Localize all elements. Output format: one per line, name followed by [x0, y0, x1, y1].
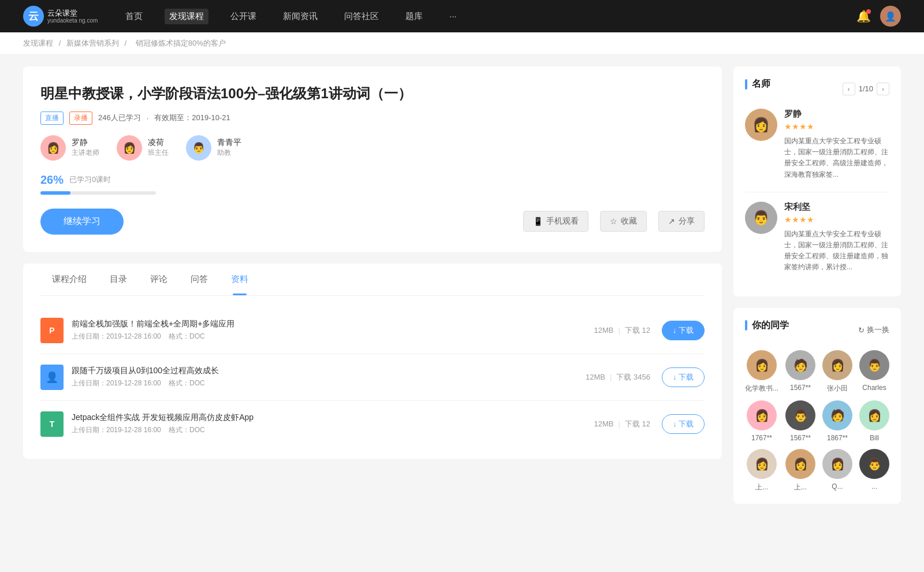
mobile-watch-button[interactable]: 📱 手机观看 — [523, 211, 588, 232]
progress-label: 已学习0课时 — [69, 174, 111, 185]
teacher-avatar-1: 👩 — [117, 135, 142, 161]
valid-until: 有效期至：2019-10-21 — [154, 113, 230, 123]
classmate-avatar-1: 🧑 — [785, 350, 815, 380]
badge-record: 录播 — [69, 112, 92, 125]
tab-intro[interactable]: 课程介绍 — [40, 263, 98, 295]
classmate-5: 👨 1567** — [785, 400, 815, 442]
teacher-item-2: 👨 青青平 助教 — [186, 135, 241, 161]
mobile-label: 手机观看 — [546, 216, 579, 226]
file-name-0: 前端全栈加强版！前端全栈+全周期+多端应用 — [72, 319, 594, 329]
download-button-0[interactable]: ↓ 下载 — [662, 321, 705, 340]
nav-item-discover[interactable]: 发现课程 — [165, 9, 208, 24]
sidebar-teacher-desc-0: 国内某重点大学安全工程专业硕士，国家一级注册消防工程师、注册安全工程师、高级注册… — [784, 136, 889, 180]
teacher-avatar-0: 👩 — [40, 135, 66, 161]
tab-review[interactable]: 评论 — [139, 263, 179, 295]
pagination-info: 1/10 — [859, 84, 873, 93]
tab-qa[interactable]: 问答 — [179, 263, 219, 295]
teacher-role-2: 助教 — [217, 148, 241, 158]
classmate-name-3: Charles — [862, 384, 886, 392]
teachers-list: 👩 罗静 主讲老师 👩 凌荷 班主任 👨 青青平 — [40, 135, 705, 161]
teacher-item-1: 👩 凌荷 班主任 — [117, 135, 169, 161]
next-teacher-button[interactable]: › — [877, 83, 889, 95]
classmate-1: 🧑 1567** — [785, 350, 815, 393]
nav-item-qa[interactable]: 问答社区 — [340, 9, 383, 24]
breadcrumb: 发现课程 / 新媒体营销系列 / 销冠修炼术搞定80%的客户 — [0, 32, 924, 55]
file-info-2: Jetpack全组件实战 开发短视频应用高仿皮皮虾App 上传日期：2019-1… — [72, 413, 594, 435]
classmate-9: 👩 上... — [785, 449, 815, 492]
teacher-pagination: ‹ 1/10 › — [843, 83, 889, 95]
nav-item-home[interactable]: 首页 — [121, 9, 147, 24]
nav-item-open[interactable]: 公开课 — [226, 9, 261, 24]
classmate-name-4: 1767** — [751, 434, 772, 442]
breadcrumb-sep-1: / — [59, 39, 63, 47]
continue-learning-button[interactable]: 继续学习 — [40, 209, 124, 235]
file-name-2: Jetpack全组件实战 开发短视频应用高仿皮皮虾App — [72, 413, 594, 423]
breadcrumb-current: 销冠修炼术搞定80%的客户 — [136, 39, 226, 47]
separator: · — [147, 114, 149, 122]
tab-catalog[interactable]: 目录 — [98, 263, 139, 295]
classmate-avatar-9: 👩 — [785, 449, 815, 479]
teacher-role-1: 班主任 — [148, 148, 169, 158]
refresh-button[interactable]: ↻ 换一换 — [858, 325, 889, 335]
classmate-0: 👩 化学教书... — [745, 350, 778, 393]
logo-text: 云朵课堂 yundaoketa ng.com — [47, 9, 98, 24]
course-title: 明星中教授课，小学阶段语法100分–强化级第1讲动词（一） — [40, 84, 705, 103]
file-meta-1: 上传日期：2019-12-28 16:00 格式：DOC — [72, 378, 586, 388]
file-meta-2: 上传日期：2019-12-28 16:00 格式：DOC — [72, 425, 594, 435]
teacher-role-0: 主讲老师 — [72, 148, 99, 158]
download-button-1[interactable]: ↓ 下载 — [662, 367, 705, 387]
progress-bar-fill — [40, 191, 70, 195]
classmate-avatar-0: 👩 — [747, 350, 777, 380]
file-item-0: P 前端全栈加强版！前端全栈+全周期+多端应用 上传日期：2019-12-28 … — [40, 307, 705, 354]
file-stats-2: 12MB | 下载 12 — [594, 419, 650, 429]
collect-button[interactable]: ☆ 收藏 — [600, 211, 647, 232]
share-button[interactable]: ↗ 分享 — [658, 211, 705, 232]
sidebar-teacher-name-0: 罗静 — [784, 109, 889, 120]
file-stats-0: 12MB | 下载 12 — [594, 325, 650, 336]
classmates-section-title: 你的同学 — [745, 320, 789, 332]
file-icon-0: P — [40, 318, 64, 343]
prev-teacher-button[interactable]: ‹ — [843, 83, 855, 95]
nav-item-quiz[interactable]: 题库 — [401, 9, 427, 24]
classmate-name-2: 张小田 — [827, 384, 848, 393]
course-header-card: 明星中教授课，小学阶段语法100分–强化级第1讲动词（一） 直播 录播 246人… — [23, 66, 722, 252]
classmate-avatar-11: 👨 — [859, 449, 889, 479]
refresh-icon: ↻ — [858, 326, 865, 335]
download-button-2[interactable]: ↓ 下载 — [662, 414, 705, 434]
breadcrumb-series[interactable]: 新媒体营销系列 — [66, 39, 119, 47]
file-item-1: 👤 跟随千万级项目从0到100全过程高效成长 上传日期：2019-12-28 1… — [40, 354, 705, 401]
classmate-name-1: 1567** — [790, 384, 811, 392]
classmate-7: 👩 Bill — [859, 400, 889, 442]
progress-bar-bg — [40, 191, 156, 195]
classmate-avatar-4: 👩 — [747, 400, 777, 430]
nav-item-news[interactable]: 新闻资讯 — [278, 9, 322, 24]
sidebar-teacher-stars-0: ★★★★ — [784, 122, 889, 131]
file-info-1: 跟随千万级项目从0到100全过程高效成长 上传日期：2019-12-28 16:… — [72, 366, 586, 388]
file-meta-0: 上传日期：2019-12-28 16:00 格式：DOC — [72, 332, 594, 341]
classmate-name-0: 化学教书... — [745, 384, 778, 393]
breadcrumb-discover[interactable]: 发现课程 — [23, 39, 53, 47]
teacher-name-2: 青青平 — [217, 138, 241, 148]
classmate-name-10: Q... — [832, 482, 843, 491]
teacher-name-0: 罗静 — [72, 138, 99, 148]
logo[interactable]: 云 云朵课堂 yundaoketa ng.com — [23, 6, 98, 27]
teacher-divider — [745, 192, 889, 192]
sidebar-teacher-stars-1: ★★★★ — [784, 215, 889, 224]
nav-item-more[interactable]: ··· — [445, 9, 461, 24]
classmate-avatar-6: 🧑 — [822, 400, 852, 430]
sidebar-teacher-name-1: 宋利坚 — [784, 202, 889, 213]
classmates-header: 你的同学 ↻ 换一换 — [745, 320, 889, 341]
tab-materials[interactable]: 资料 — [219, 263, 260, 295]
nav-items: 首页 发现课程 公开课 新闻资讯 问答社区 题库 ··· — [121, 9, 856, 24]
user-avatar[interactable]: 👤 — [880, 6, 901, 27]
classmate-2: 👩 张小田 — [822, 350, 852, 393]
teachers-sidebar-card: 名师 ‹ 1/10 › 👩 罗静 ★★★★ 国内某重点大学安全工程专业硕士，国家… — [733, 66, 901, 296]
classmate-avatar-10: 👩 — [822, 449, 852, 479]
tabs-card: 课程介绍 目录 评论 问答 资料 P 前端全栈加强版！前端全栈+全周期+多端应用… — [23, 263, 722, 459]
classmate-11: 👨 ... — [859, 449, 889, 492]
progress-section: 26% 已学习0课时 — [40, 173, 705, 195]
classmate-10: 👩 Q... — [822, 449, 852, 492]
sidebar-teacher-desc-1: 国内某重点大学安全工程专业硕士，国家一级注册消防工程师、注册安全工程师、级注册建… — [784, 229, 889, 273]
sidebar-teacher-avatar-1: 👨 — [745, 202, 777, 234]
bell-icon[interactable]: 🔔 — [856, 9, 871, 23]
